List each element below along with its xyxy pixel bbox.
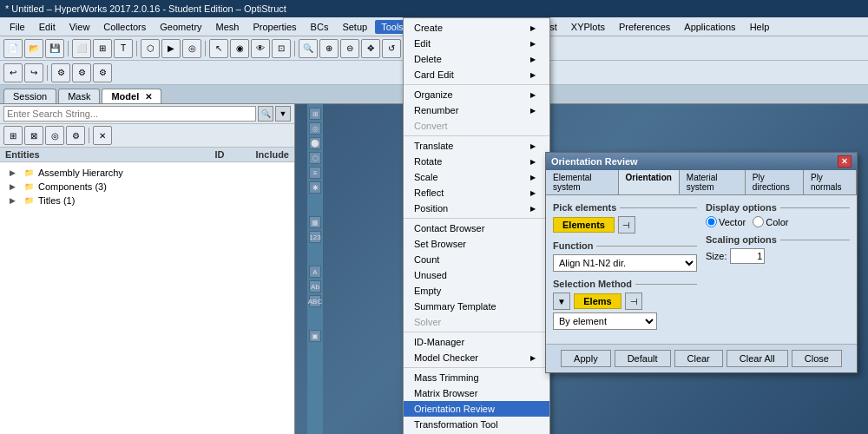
- tab-close-icon[interactable]: ✕: [145, 92, 152, 102]
- toolbar-redo[interactable]: ↪: [24, 63, 43, 82]
- menu-applications[interactable]: Applications: [678, 20, 741, 34]
- menu-help[interactable]: Help: [744, 20, 776, 34]
- menu-file[interactable]: File: [3, 20, 31, 34]
- vp-icon-10[interactable]: Ab: [309, 280, 321, 293]
- radio-vector-item[interactable]: Vector: [706, 216, 746, 227]
- menu-count[interactable]: Count: [404, 252, 549, 267]
- menu-bcs[interactable]: BCs: [305, 20, 335, 34]
- menu-view[interactable]: View: [63, 20, 96, 34]
- menu-edit-item[interactable]: Edit ▶: [404, 36, 549, 51]
- toolbar-zoom-out[interactable]: ⊖: [340, 39, 359, 58]
- vp-icon-7[interactable]: ▦: [309, 216, 321, 228]
- menu-mesh[interactable]: Mesh: [210, 20, 246, 34]
- menu-rotate[interactable]: Rotate ▶: [404, 154, 549, 169]
- menu-id-manager[interactable]: ID-Manager: [404, 334, 549, 350]
- menu-transformation-tool[interactable]: Transformation Tool: [404, 417, 549, 432]
- toolbar-btn-7[interactable]: ◎: [182, 39, 201, 58]
- toolbar-btn-2[interactable]: ⬜: [72, 39, 91, 58]
- toolbar-btn-14[interactable]: ⚙: [51, 63, 70, 82]
- elems-button[interactable]: Elems: [574, 293, 621, 309]
- function-select[interactable]: Align N1-N2 dir.: [553, 254, 697, 272]
- sub-tb-btn-1[interactable]: ⊞: [3, 126, 23, 145]
- toolbar-btn-15[interactable]: ⚙: [72, 63, 91, 82]
- search-input[interactable]: [3, 106, 256, 122]
- menu-properties[interactable]: Properties: [247, 20, 302, 34]
- vp-icon-9[interactable]: A: [309, 266, 321, 278]
- menu-orientation-review[interactable]: Orientation Review: [404, 401, 549, 417]
- toolbar-btn-11[interactable]: ⊡: [272, 39, 291, 58]
- dialog-tab-ply-dir[interactable]: Ply directions: [746, 170, 804, 194]
- menu-contact-browser[interactable]: Contact Browser: [404, 220, 549, 236]
- tree-item-assembly[interactable]: ▶ 📁 Assembly Hierarchy: [5, 166, 289, 180]
- dialog-tab-elemental[interactable]: Elemental system: [546, 170, 619, 194]
- toolbar-btn-6[interactable]: ▶: [161, 39, 181, 58]
- elems-icon-btn[interactable]: ⊣: [625, 293, 642, 310]
- vp-icon-11[interactable]: ABC: [309, 295, 321, 307]
- selection-dropdown-btn[interactable]: ▼: [553, 293, 570, 310]
- toolbar-zoom[interactable]: 🔍: [299, 39, 318, 58]
- menu-organize[interactable]: Organize ▶: [404, 87, 549, 102]
- toolbar-pan[interactable]: ✥: [361, 39, 380, 58]
- dialog-tab-orientation[interactable]: Orientation: [619, 170, 680, 194]
- menu-xyplots[interactable]: XYPlots: [565, 20, 611, 34]
- vp-icon-2[interactable]: ◎: [309, 122, 321, 135]
- toolbar-save[interactable]: 💾: [45, 39, 64, 58]
- sub-tb-btn-4[interactable]: ⚙: [66, 126, 85, 145]
- elements-icon-btn[interactable]: ⊣: [618, 216, 635, 233]
- menu-scale[interactable]: Scale ▶: [404, 169, 549, 185]
- radio-color-item[interactable]: Color: [753, 216, 788, 227]
- menu-unused[interactable]: Unused: [404, 267, 549, 283]
- menu-position[interactable]: Position ▶: [404, 201, 549, 216]
- menu-model-checker[interactable]: Model Checker ▶: [404, 350, 549, 365]
- toolbar-btn-10[interactable]: 👁: [251, 39, 270, 58]
- menu-preferences[interactable]: Preferences: [613, 20, 676, 34]
- vp-icon-8[interactable]: 123: [309, 231, 321, 243]
- toolbar-new[interactable]: 📄: [3, 39, 23, 58]
- toolbar-open[interactable]: 📂: [24, 39, 43, 58]
- menu-geometry[interactable]: Geometry: [154, 20, 207, 34]
- vp-icon-12[interactable]: ▣: [309, 330, 321, 342]
- dialog-tab-material[interactable]: Material system: [680, 170, 746, 194]
- tab-model[interactable]: Model ✕: [102, 89, 161, 103]
- radio-color[interactable]: [753, 216, 764, 227]
- menu-set-browser[interactable]: Set Browser: [404, 236, 549, 252]
- toolbar-btn-3[interactable]: ⊞: [93, 39, 112, 58]
- radio-vector[interactable]: [706, 216, 717, 227]
- vp-icon-4[interactable]: ⬡: [309, 152, 321, 164]
- menu-card-edit[interactable]: Card Edit ▶: [404, 67, 549, 82]
- sub-tb-btn-5[interactable]: ✕: [93, 126, 112, 145]
- default-button[interactable]: Default: [615, 350, 671, 367]
- clear-button[interactable]: Clear: [674, 350, 723, 367]
- menu-delete[interactable]: Delete ▶: [404, 51, 549, 67]
- size-input[interactable]: [730, 248, 765, 264]
- menu-mass-trimming[interactable]: Mass Trimming: [404, 370, 549, 385]
- search-button[interactable]: 🔍: [258, 106, 273, 122]
- menu-matrix-browser[interactable]: Matrix Browser: [404, 385, 549, 401]
- toolbar-btn-8[interactable]: ↖: [209, 39, 228, 58]
- toolbar-btn-5[interactable]: ⬡: [141, 39, 160, 58]
- toolbar-zoom-in[interactable]: ⊕: [319, 39, 339, 58]
- vp-icon-1[interactable]: ⊞: [309, 108, 321, 120]
- tree-item-titles[interactable]: ▶ 📁 Titles (1): [5, 194, 289, 207]
- sub-tb-btn-2[interactable]: ⊠: [24, 126, 43, 145]
- menu-create[interactable]: Create ▶: [404, 20, 549, 36]
- vp-icon-6[interactable]: ✱: [309, 181, 321, 194]
- dialog-close-button[interactable]: ✕: [838, 155, 852, 168]
- menu-empty[interactable]: Empty: [404, 283, 549, 299]
- clear-all-button[interactable]: Clear All: [727, 350, 788, 367]
- tree-item-components[interactable]: ▶ 📁 Components (3): [5, 180, 289, 194]
- vp-icon-5[interactable]: ≡: [309, 167, 321, 179]
- elements-button[interactable]: Elements: [553, 217, 615, 233]
- dialog-tab-ply-norm[interactable]: Ply normals: [804, 170, 857, 194]
- selection-method-select[interactable]: By element: [553, 312, 657, 330]
- menu-translate[interactable]: Translate ▶: [404, 138, 549, 154]
- toolbar-rotate[interactable]: ↺: [382, 39, 401, 58]
- menu-reflect[interactable]: Reflect ▶: [404, 185, 549, 201]
- toolbar-undo[interactable]: ↩: [3, 63, 23, 82]
- menu-edit[interactable]: Edit: [33, 20, 62, 34]
- search-options-button[interactable]: ▼: [275, 106, 291, 122]
- toolbar-btn-4[interactable]: T: [114, 39, 133, 58]
- sub-tb-btn-3[interactable]: ◎: [45, 126, 64, 145]
- toolbar-btn-16[interactable]: ⚙: [93, 63, 112, 82]
- apply-button[interactable]: Apply: [561, 350, 611, 367]
